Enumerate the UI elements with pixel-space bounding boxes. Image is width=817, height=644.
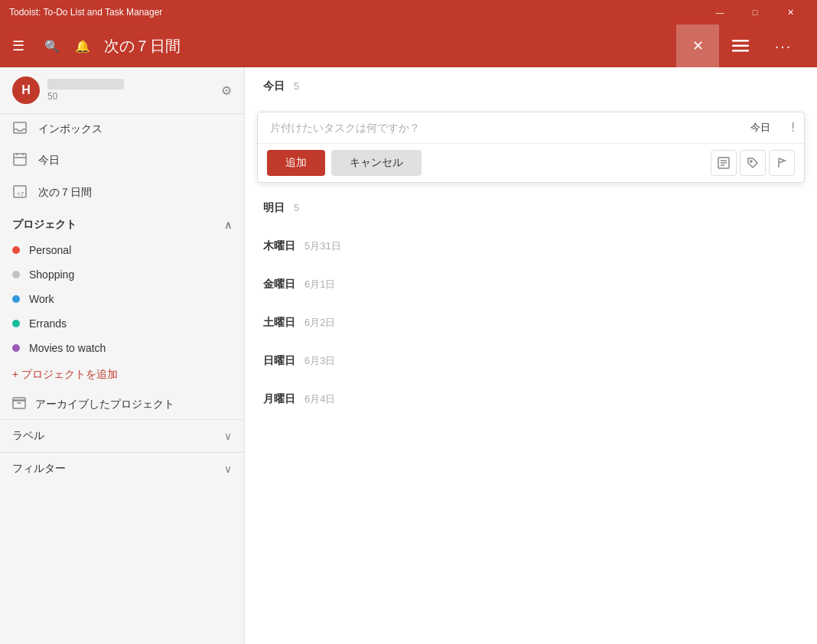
task-priority-button[interactable]: ! <box>783 115 804 141</box>
task-flag-icon-button[interactable] <box>769 150 795 176</box>
user-karma: 50 <box>47 91 221 102</box>
projects-label: プロジェクト <box>12 218 76 232</box>
tomorrow-day-name: 明日 <box>263 201 285 215</box>
personal-dot <box>12 246 20 254</box>
friday-day-date: 6月1日 <box>304 278 335 291</box>
task-note-icon-button[interactable] <box>711 150 737 176</box>
task-text-input[interactable] <box>258 112 738 143</box>
svg-rect-11 <box>13 398 25 401</box>
task-input-row: 今日 ! <box>258 112 804 144</box>
header-title: 次の７日間 <box>98 36 676 57</box>
friday-day-name: 金曜日 <box>263 278 295 291</box>
task-label-icon-button[interactable] <box>740 150 766 176</box>
svg-rect-3 <box>14 122 26 133</box>
svg-rect-4 <box>14 154 26 165</box>
project-item-personal[interactable]: Personal <box>0 238 244 262</box>
menu-icon[interactable]: ☰ <box>12 37 37 54</box>
task-date-button[interactable]: 今日 <box>738 115 783 141</box>
thursday-day-date: 5月31日 <box>304 239 341 253</box>
add-project-label: + プロジェクトを追加 <box>12 368 118 382</box>
labels-chevron-icon: ∨ <box>224 430 232 442</box>
thursday-header: 木曜日 5月31日 <box>263 239 799 253</box>
bell-icon[interactable]: 🔔 <box>67 39 98 54</box>
today-day-date: 5 <box>294 80 299 92</box>
task-actions-row: 追加 キャンセル <box>258 144 804 182</box>
day-section-today: 今日 5 <box>245 67 817 106</box>
movies-dot <box>12 344 20 352</box>
tomorrow-day-date: 5 <box>294 202 299 213</box>
movies-label: Movies to watch <box>29 342 106 354</box>
work-label: Work <box>29 293 54 305</box>
search-icon[interactable]: 🔍 <box>37 39 67 54</box>
today-header: 今日 5 <box>263 80 799 93</box>
user-row: H 50 ⚙ <box>0 67 244 114</box>
more-options-icon[interactable]: ··· <box>762 24 805 67</box>
saturday-day-date: 6月2日 <box>304 316 335 330</box>
task-input-area: 今日 ! 追加 キャンセル <box>257 112 805 183</box>
task-action-icons <box>711 150 795 176</box>
projects-section-header: プロジェクト ∧ <box>0 209 244 238</box>
user-info: 50 <box>40 79 221 102</box>
projects-collapse-icon[interactable]: ∧ <box>224 219 232 231</box>
add-task-button[interactable]: 追加 <box>267 150 325 176</box>
errands-label: Errands <box>29 317 67 330</box>
header-list-icon[interactable] <box>719 24 762 67</box>
sunday-header: 日曜日 6月3日 <box>263 354 799 368</box>
monday-day-name: 月曜日 <box>263 392 295 406</box>
cancel-task-button[interactable]: キャンセル <box>331 150 422 176</box>
errands-dot <box>12 320 20 327</box>
archive-item[interactable]: アーカイブしたプロジェクト <box>0 389 244 419</box>
svg-rect-2 <box>732 50 749 52</box>
sidebar-item-inbox[interactable]: インボックス <box>0 114 244 145</box>
shopping-dot <box>12 271 20 278</box>
project-item-movies[interactable]: Movies to watch <box>0 336 244 360</box>
svg-point-17 <box>750 161 752 162</box>
labels-section[interactable]: ラベル ∨ <box>0 419 244 452</box>
window-controls: — □ ✕ <box>702 0 808 24</box>
sidebar: H 50 ⚙ インボックス <box>0 67 245 644</box>
next7-icon: +7 <box>12 184 28 201</box>
monday-day-date: 6月4日 <box>304 392 335 406</box>
today-day-name: 今日 <box>263 80 285 93</box>
maximize-button[interactable]: □ <box>737 0 773 24</box>
settings-icon[interactable]: ⚙ <box>221 83 232 98</box>
add-project-button[interactable]: + プロジェクトを追加 <box>0 360 244 389</box>
sunday-day-name: 日曜日 <box>263 354 295 368</box>
labels-label: ラベル <box>12 429 224 443</box>
next7-label: 次の７日間 <box>38 186 232 200</box>
work-dot <box>12 295 20 303</box>
personal-label: Personal <box>29 244 71 256</box>
today-label: 今日 <box>38 154 232 168</box>
project-item-errands[interactable]: Errands <box>0 311 244 336</box>
project-item-shopping[interactable]: Shopping <box>0 262 244 287</box>
sidebar-item-today[interactable]: 今日 <box>0 145 244 177</box>
saturday-day-name: 土曜日 <box>263 316 295 330</box>
avatar: H <box>12 76 40 104</box>
filters-chevron-icon: ∨ <box>224 463 232 475</box>
friday-header: 金曜日 6月1日 <box>263 278 799 291</box>
inbox-icon <box>12 122 28 137</box>
header-close-button[interactable]: ✕ <box>676 24 719 67</box>
project-item-work[interactable]: Work <box>0 287 244 311</box>
saturday-header: 土曜日 6月2日 <box>263 316 799 330</box>
today-icon <box>12 152 28 169</box>
day-section-monday: 月曜日 6月4日 <box>245 380 817 418</box>
day-section-sunday: 日曜日 6月3日 <box>245 342 817 380</box>
archive-icon <box>12 397 26 411</box>
monday-header: 月曜日 6月4日 <box>263 392 799 406</box>
archive-label: アーカイブしたプロジェクト <box>35 398 174 411</box>
sunday-day-date: 6月3日 <box>304 354 335 368</box>
main-content: 今日 5 今日 ! 追加 キャンセル <box>245 67 817 644</box>
filters-section[interactable]: フィルター ∨ <box>0 452 244 485</box>
day-section-tomorrow: 明日 5 <box>245 189 817 227</box>
svg-rect-1 <box>732 45 749 47</box>
user-name <box>47 79 124 89</box>
inbox-label: インボックス <box>38 122 232 136</box>
sidebar-item-next7[interactable]: +7 次の７日間 <box>0 177 244 209</box>
shopping-label: Shopping <box>29 268 74 281</box>
tomorrow-header: 明日 5 <box>263 201 799 215</box>
minimize-button[interactable]: — <box>702 0 737 24</box>
filters-label: フィルター <box>12 462 224 476</box>
close-button[interactable]: ✕ <box>773 0 808 24</box>
day-section-thursday: 木曜日 5月31日 <box>245 227 817 265</box>
